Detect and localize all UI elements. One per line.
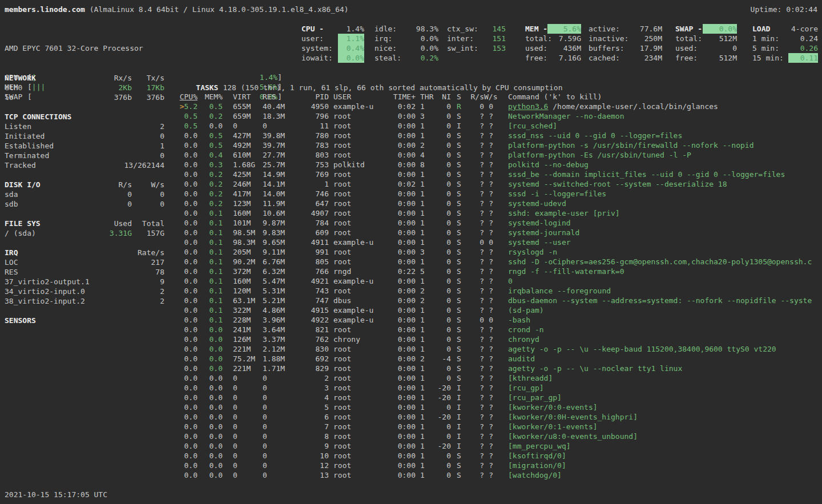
virt-cell: 0 xyxy=(233,432,261,441)
command-name: [ksoftirqd/0] xyxy=(508,451,566,460)
ni-cell: 0 xyxy=(436,344,451,354)
rs-cell: ? xyxy=(469,257,484,267)
cpu-value: 0.0 xyxy=(184,364,198,373)
stat-label: iowait: xyxy=(301,53,333,63)
ws-cell: 0 xyxy=(484,315,493,325)
ni-cell: 0 xyxy=(436,218,451,228)
cpu-value: 0.0 xyxy=(184,422,198,432)
mem-cell: 0.1 xyxy=(198,208,223,218)
process-row: 0.00.2417M14.0M746root0:0010S??sssd-i --… xyxy=(178,189,822,199)
sidebar-section-header: NETWORKRx/sTx/s xyxy=(5,73,164,83)
ni-cell: 0 xyxy=(436,228,451,237)
stat-value: 153 xyxy=(493,43,506,53)
user-cell: root xyxy=(333,140,390,150)
ws-cell: ? xyxy=(484,422,493,432)
stat-value: 0.24 xyxy=(800,34,818,43)
column-header-user: USER xyxy=(333,92,390,102)
cpu-cell: 0.0 xyxy=(178,315,198,325)
mem-cell: 0.2 xyxy=(198,189,223,199)
stat-label: sw_int: xyxy=(447,43,478,53)
sidebar-row: RES78 xyxy=(5,267,164,277)
cpu-value: 0.0 xyxy=(184,432,198,441)
mem-cell: 0.1 xyxy=(198,257,223,267)
swap_panel-row: SWAP -0.0% xyxy=(675,24,737,34)
mem-cell: 0.0 xyxy=(198,354,223,364)
tasks-sort-note: sorted automatically by CPU consumption xyxy=(388,83,562,92)
process-row: 0.00.5427M39.8M780root0:0010S??sssd_nss-… xyxy=(178,131,822,140)
user-cell: root xyxy=(333,111,390,121)
res-cell: 0 xyxy=(263,121,305,131)
stat-cell: steal:0.2% xyxy=(374,53,438,63)
ni-cell: 0 xyxy=(436,267,451,276)
command-cell: chronyd xyxy=(508,334,822,344)
s-cell: S xyxy=(457,140,469,150)
ws-cell: ? xyxy=(484,199,493,208)
cpu-value: 0.0 xyxy=(184,412,198,422)
swap_panel-row: used:0 xyxy=(675,43,737,53)
mem-cell: 0.4 xyxy=(198,150,223,160)
s-cell: S xyxy=(457,170,469,179)
rs-cell: ? xyxy=(469,121,484,131)
ni-cell: 0 xyxy=(436,140,451,150)
user-cell: root xyxy=(333,402,390,412)
virt-cell: 0 xyxy=(233,402,261,412)
command-cell: rngd-f --fill-watermark=0 xyxy=(508,267,822,276)
cpu-value: 0.0 xyxy=(184,470,198,480)
mem-cell: 0.5 xyxy=(198,140,223,150)
thr-cell: 1 xyxy=(420,179,436,189)
command-cell: sshd-D -oCiphers=aes256-gcm@openssh.com,… xyxy=(508,257,822,267)
virt-cell: 120M xyxy=(233,286,261,296)
swap-panel: SWAP -0.0%total:512Mused:0free:512M xyxy=(675,24,737,63)
cpu-value: 0.0 xyxy=(184,344,198,354)
command-cell: systemd-udevd xyxy=(508,199,822,208)
ni-cell: 0 xyxy=(436,189,451,199)
ws-cell: ? xyxy=(484,451,493,461)
rs-cell: ? xyxy=(469,325,484,334)
column-header-rs: R/s xyxy=(469,92,484,102)
ni-cell: 0 xyxy=(436,402,451,412)
thr-cell: 1 xyxy=(420,344,436,354)
stat-value: 512M xyxy=(719,53,737,63)
ws-cell: ? xyxy=(484,121,493,131)
stat-value: 77.6M xyxy=(640,24,662,34)
command-args: -Es /usr/sbin/tuned -l -P xyxy=(575,151,691,159)
s-cell: S xyxy=(457,470,469,480)
glances-terminal[interactable]: members.linode.com (AlmaLinux 8.4 64bit … xyxy=(0,0,822,504)
cpu-value: 0.0 xyxy=(184,296,198,305)
section-title: DISK I/O xyxy=(5,180,98,189)
rs-cell: ? xyxy=(469,140,484,150)
s-cell: S xyxy=(457,150,469,160)
time-cell: 0:00 xyxy=(390,305,416,315)
s-cell: S xyxy=(457,364,469,373)
column-header-cpu: CPU% xyxy=(178,92,198,102)
ws-cell: ? xyxy=(484,296,493,305)
pid-cell: 9 xyxy=(305,441,329,451)
user-cell: example-u xyxy=(333,102,390,111)
cpu-value: 0.0 xyxy=(184,315,198,325)
virt-cell: 160M xyxy=(233,276,261,286)
stat-cell: user:1.1% xyxy=(301,34,364,43)
res-cell: 5.21M xyxy=(263,296,305,305)
user-cell: root xyxy=(333,199,390,208)
command-cell: [rcu_par_gp] xyxy=(508,393,822,402)
stat-label: total: xyxy=(675,34,702,43)
cpu-cell: 0.0 xyxy=(178,257,198,267)
res-cell: 0 xyxy=(263,441,305,451)
stat-cell: LOAD4-core xyxy=(752,24,818,34)
s-cell: S xyxy=(457,354,469,364)
pid-cell: 766 xyxy=(305,267,329,276)
ws-cell: ? xyxy=(484,305,493,315)
ws-cell: ? xyxy=(484,150,493,160)
time-cell: 0:00 xyxy=(390,199,416,208)
virt-cell: 0 xyxy=(233,451,261,461)
pid-cell: 991 xyxy=(305,247,329,257)
process-row: 0.00.0004root0:001-20I??[rcu_par_gp] xyxy=(178,393,822,402)
time-cell: 0:00 xyxy=(390,286,416,296)
user-cell: root xyxy=(333,131,390,140)
sidebar-row-value-b: 13/262144 xyxy=(124,160,164,170)
mem_panel-row: free:7.16Gcached:234M xyxy=(525,53,662,63)
ni-cell: 0 xyxy=(436,373,451,383)
command-name: systemd-journald xyxy=(508,228,579,237)
rs-cell: ? xyxy=(469,470,484,480)
sidebar-row-value-b: 0 xyxy=(132,189,164,199)
